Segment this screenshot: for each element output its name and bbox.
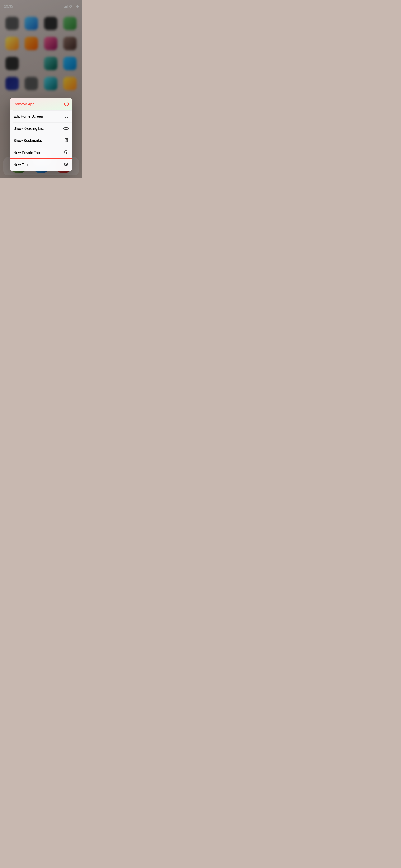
show-reading-list-icon: [63, 126, 69, 131]
remove-app-icon: [64, 101, 69, 107]
menu-item-new-private-tab[interactable]: New Private Tab: [10, 147, 72, 159]
svg-rect-3: [67, 114, 68, 115]
new-tab-label: New Tab: [13, 163, 28, 167]
svg-point-6: [63, 127, 66, 129]
menu-item-new-tab[interactable]: New Tab: [10, 159, 72, 171]
svg-rect-2: [65, 114, 66, 116]
context-menu: Remove App Edit Home Screen Show Reading…: [10, 98, 72, 171]
edit-home-screen-icon: [64, 114, 69, 119]
svg-rect-5: [65, 117, 66, 118]
new-tab-icon: [64, 162, 69, 168]
new-private-tab-icon: [64, 150, 69, 156]
new-private-tab-label: New Private Tab: [13, 151, 40, 155]
show-reading-list-label: Show Reading List: [13, 126, 44, 131]
svg-point-7: [66, 127, 68, 129]
menu-item-show-reading-list[interactable]: Show Reading List: [10, 122, 72, 134]
menu-item-remove-app[interactable]: Remove App: [10, 98, 72, 110]
menu-item-edit-home-screen[interactable]: Edit Home Screen: [10, 110, 72, 122]
svg-rect-4: [67, 116, 68, 118]
show-bookmarks-label: Show Bookmarks: [13, 138, 42, 143]
edit-home-screen-label: Edit Home Screen: [13, 114, 43, 119]
menu-item-show-bookmarks[interactable]: Show Bookmarks: [10, 134, 72, 147]
remove-app-label: Remove App: [13, 102, 34, 106]
show-bookmarks-icon: [64, 138, 69, 144]
